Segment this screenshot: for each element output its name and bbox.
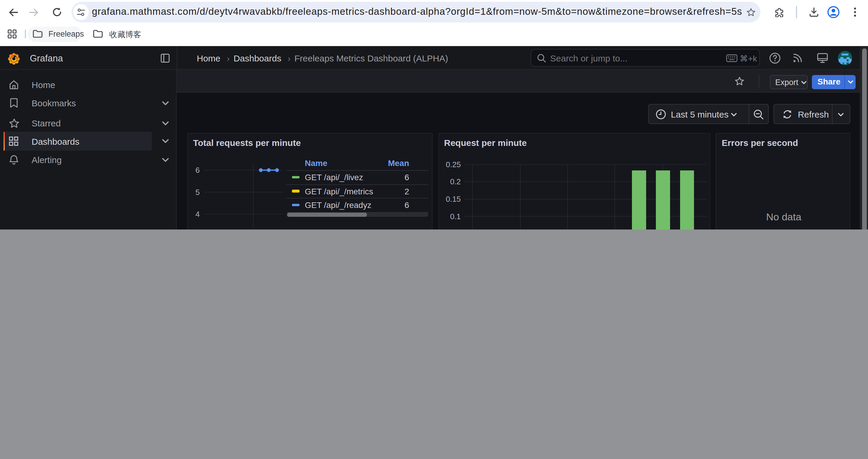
svg-text:0.05: 0.05 (445, 229, 461, 230)
svg-text:0.25: 0.25 (445, 160, 461, 169)
svg-text:6: 6 (195, 165, 199, 174)
svg-text:5: 5 (195, 188, 199, 196)
svg-text:4: 4 (195, 209, 199, 218)
svg-text:0.15: 0.15 (445, 194, 461, 203)
svg-text:0.1: 0.1 (450, 212, 460, 221)
svg-text:0.2: 0.2 (450, 177, 460, 186)
